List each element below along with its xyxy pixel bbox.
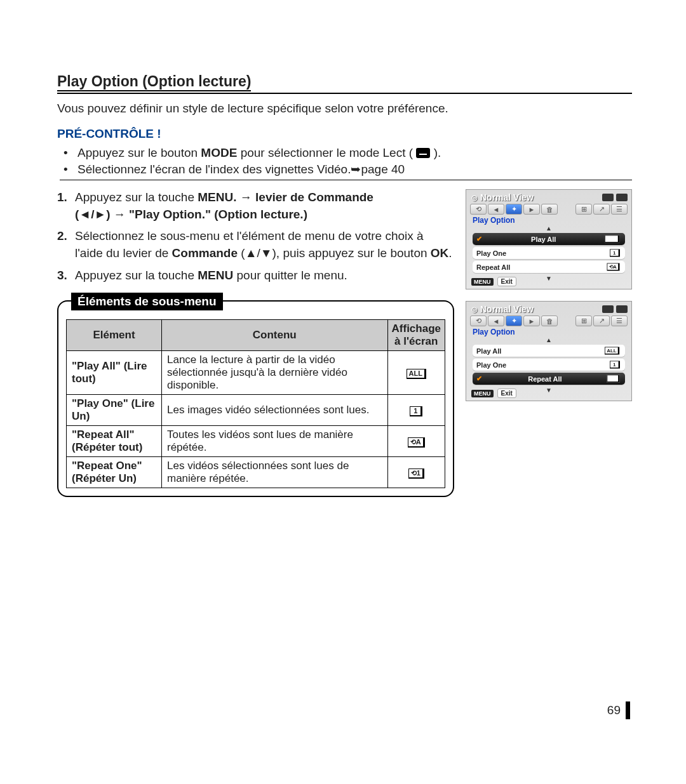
check-icon: ✔: [476, 235, 482, 243]
preview-screens: ◎ Normal View ⟲◄✦►🗑 ⊞↗☰ Play Option ▲ ✔P…: [466, 189, 632, 497]
exit-btn-label: Exit: [497, 277, 516, 286]
cell-element: "Repeat One" (Répéter Un): [67, 457, 162, 488]
screen-title: Normal View: [480, 304, 534, 314]
status-indicators: [602, 194, 628, 201]
cell-element: "Repeat All" (Répéter tout): [67, 426, 162, 457]
table-row: "Repeat One" (Répéter Un) Les vidéos sél…: [67, 457, 445, 488]
check-icon: ✔: [476, 375, 482, 383]
table-row: "Repeat All" (Répéter tout) Toutes les v…: [67, 426, 445, 457]
intro-paragraph: Vous pouvez définir un style de lecture …: [57, 102, 632, 116]
playmode-icon: [416, 148, 430, 158]
nav-icons-row: ⟲◄✦►🗑 ⊞↗☰: [466, 316, 631, 326]
menu-item: ✔Repeat All⟲A: [473, 373, 625, 385]
cell-element: "Play One" (Lire Un): [67, 395, 162, 426]
menu-label: Play Option: [466, 215, 631, 225]
precheck-item: Appuyez sur le bouton MODE pour sélectio…: [60, 145, 632, 161]
menu-item: ✔Play AllALL: [473, 233, 625, 245]
up-arrow-icon: ▲: [466, 225, 631, 232]
th-display: Affichage à l'écran: [387, 320, 445, 351]
precheck-list: Appuyez sur le bouton MODE pour sélectio…: [60, 145, 632, 180]
menu-btn-label: MENU: [471, 390, 494, 397]
menu-item: Repeat All⟲A: [473, 261, 625, 273]
status-indicators: [602, 305, 628, 313]
cell-element: "Play All" (Lire tout): [67, 351, 162, 395]
menu-item: Play One1: [473, 359, 625, 371]
camera-icon: ◎: [471, 194, 478, 202]
submenu-table: Elément Contenu Affichage à l'écran "Pla…: [66, 319, 445, 488]
menu-btn-label: MENU: [471, 278, 494, 286]
precheck-item: Sélectionnez l'écran de l'index des vign…: [60, 161, 632, 178]
table-row: "Play All" (Lire tout) Lance la lecture …: [67, 351, 445, 395]
th-element: Elément: [67, 320, 162, 351]
camera-icon: ◎: [471, 305, 478, 314]
preview-screen-1: ◎ Normal View ⟲◄✦►🗑 ⊞↗☰ Play Option ▲ ✔P…: [466, 189, 632, 289]
page-number: 69: [607, 701, 630, 719]
menu-label: Play Option: [466, 326, 631, 336]
cell-content: Les vidéos sélectionnées sont lues de ma…: [162, 457, 388, 488]
nav-icons-row: ⟲◄✦►🗑 ⊞↗☰: [466, 204, 631, 215]
cell-icon: ⟲A: [387, 426, 445, 457]
menu-item: Play One1: [473, 247, 625, 259]
precheck-heading: PRÉ-CONTRÔLE !: [57, 127, 632, 141]
cell-icon: 1: [387, 395, 445, 426]
exit-btn-label: Exit: [497, 389, 516, 398]
cell-icon: ALL: [387, 351, 445, 395]
step-item: Sélectionnez le sous-menu et l'élément d…: [57, 228, 454, 262]
table-row: "Play One" (Lire Un) Les images vidéo sé…: [67, 395, 445, 426]
cell-content: Lance la lecture à partir de la vidéo sé…: [162, 351, 388, 395]
cell-icon: ⟲1: [387, 457, 445, 488]
submenu-header: Éléments de sous-menu: [71, 293, 223, 310]
screen-title: Normal View: [480, 192, 534, 203]
th-content: Contenu: [162, 320, 388, 351]
submenu-box: Éléments de sous-menu Elément Contenu Af…: [57, 300, 454, 497]
step-item: Appuyez sur la touche MENU. → levier de …: [57, 189, 454, 223]
preview-screen-2: ◎ Normal View ⟲◄✦►🗑 ⊞↗☰ Play Option ▲ Pl…: [466, 301, 632, 401]
section-title: Play Option (Option lecture): [57, 73, 632, 94]
up-arrow-icon: ▲: [466, 336, 631, 343]
menu-item: Play AllALL: [473, 345, 625, 357]
step-item: Appuyez sur la touche MENU pour quitter …: [57, 267, 454, 284]
cell-content: Les images vidéo sélectionnées sont lues…: [162, 395, 388, 426]
cell-content: Toutes les vidéos sont lues de manière r…: [162, 426, 388, 457]
steps-list: Appuyez sur la touche MENU. → levier de …: [57, 189, 454, 284]
